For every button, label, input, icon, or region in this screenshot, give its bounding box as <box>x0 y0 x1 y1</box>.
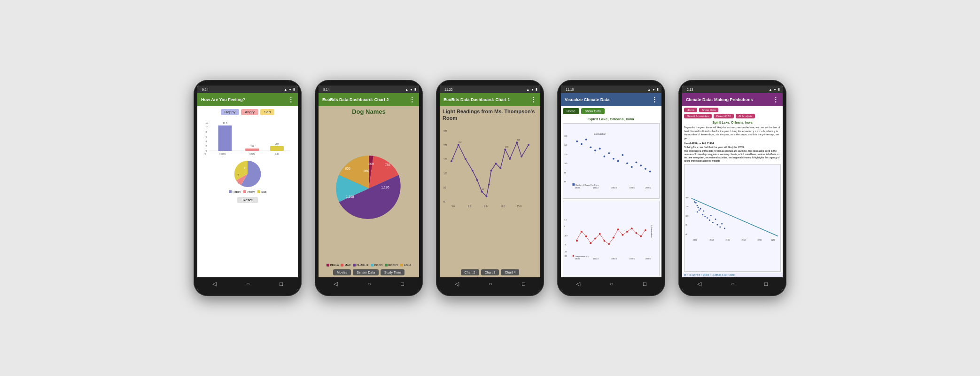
study-time-tab[interactable]: Study Time <box>381 269 404 275</box>
legend-charlie-label: CHARLIE <box>357 264 369 266</box>
pred-equation: 0 = -0.4157x + 948.13964 <box>682 141 783 145</box>
svg-text:160: 160 <box>685 196 688 199</box>
pred-show-btn[interactable]: Show Data <box>699 108 718 112</box>
svg-text:0: 0 <box>206 150 207 152</box>
tab-angry[interactable]: Angry <box>241 109 258 115</box>
signal-icon-2: ▲ <box>405 88 408 91</box>
phones-container: 9:24 ▲ ▼ ▮ How Are You Feeling? ⋮ Happy … <box>194 80 786 296</box>
phone-2: 8:14 ▲ ▼ ▮ EcoBits Data Dashboard: Chart… <box>315 80 423 296</box>
legend-coco-label: COCO <box>374 264 383 266</box>
recents-btn-4[interactable]: □ <box>643 281 646 287</box>
svg-text:2250: 2250 <box>771 239 776 241</box>
svg-point-165 <box>724 227 725 229</box>
chart4-btn[interactable]: Chart 4 <box>501 269 519 275</box>
svg-text:40: 40 <box>685 233 687 235</box>
climate-home-btn[interactable]: Home <box>563 108 579 114</box>
svg-text:3.0: 3.0 <box>451 205 455 207</box>
home-btn-2[interactable]: ○ <box>367 281 371 287</box>
svg-text:Temperature (C): Temperature (C) <box>650 225 653 239</box>
svg-line-124 <box>604 241 609 244</box>
phone-4-screen: 11:10 ▲ ▼ ▮ Visualize Climate Data ⋮ Hom… <box>561 86 661 290</box>
legend-rocky-label: ROCKY <box>389 264 398 266</box>
reset-button[interactable]: Reset <box>237 197 258 203</box>
phone-2-screen: 8:14 ▲ ▼ ▮ EcoBits Data Dashboard: Chart… <box>319 86 419 290</box>
back-btn-5[interactable]: ◁ <box>697 281 701 287</box>
back-btn-2[interactable]: ◁ <box>334 281 338 287</box>
svg-text:2050: 2050 <box>709 239 714 241</box>
svg-rect-88 <box>572 183 575 186</box>
climate-show-btn[interactable]: Show Data <box>581 108 605 114</box>
signal-icon-5: ▲ <box>769 88 772 91</box>
svg-text:1980.0: 1980.0 <box>611 258 617 260</box>
recents-btn-3[interactable]: □ <box>522 281 525 287</box>
pred-lobf-btn[interactable]: Draw LOBF <box>714 114 734 118</box>
tab-sad[interactable]: Sad <box>260 109 274 115</box>
legend-charlie: CHARLIE <box>353 264 369 266</box>
phone-4: 11:10 ▲ ▼ ▮ Visualize Climate Data ⋮ Hom… <box>557 80 665 296</box>
status-bar-2: 8:14 ▲ ▼ ▮ <box>319 86 419 93</box>
svg-point-74 <box>590 146 591 148</box>
pred-detect-btn[interactable]: Detect Anomalies <box>684 114 712 118</box>
home-btn-3[interactable]: ○ <box>489 281 492 287</box>
dog-bottom-tabs: Movies Sensor Data Study Time <box>319 267 419 277</box>
svg-point-83 <box>631 166 633 168</box>
svg-text:140: 140 <box>564 144 567 146</box>
home-btn-1[interactable]: ○ <box>246 281 249 287</box>
chart2-btn[interactable]: Chart 2 <box>461 269 479 275</box>
svg-text:850: 850 <box>364 169 369 172</box>
svg-text:12.0: 12.0 <box>500 205 505 207</box>
svg-text:1,158: 1,158 <box>346 195 354 198</box>
svg-line-121 <box>591 239 595 243</box>
more-icon-1[interactable]: ⋮ <box>288 96 294 103</box>
svg-point-77 <box>603 156 605 157</box>
svg-point-164 <box>721 223 723 225</box>
svg-text:200: 200 <box>443 144 448 147</box>
dog-pie-container: 785 1,195 1,158 856 850 809 <box>319 116 419 263</box>
tab-happy[interactable]: Happy <box>221 109 239 115</box>
app-bar-title-5: Climate Data: Making Predictions <box>686 97 772 102</box>
back-btn-3[interactable]: ◁ <box>455 281 459 287</box>
svg-text:160: 160 <box>564 135 567 137</box>
pred-home-btn[interactable]: Home <box>684 108 697 112</box>
svg-text:203: 203 <box>505 146 508 148</box>
back-btn-4[interactable]: ◁ <box>576 281 580 287</box>
pred-implications: The implications of this data for climat… <box>682 149 783 163</box>
movies-tab[interactable]: Movies <box>333 269 351 275</box>
sensor-data-tab[interactable]: Sensor Data <box>353 269 379 275</box>
svg-text:46: 46 <box>482 188 484 190</box>
reset-btn-area: Reset <box>200 197 295 203</box>
svg-text:1970.0: 1970.0 <box>593 187 599 189</box>
app-bar-title-2: EcoBits Data Dashboard: Chart 2 <box>322 97 409 102</box>
wifi-icon: ▼ <box>288 88 292 91</box>
svg-point-44 <box>486 195 488 197</box>
home-btn-5[interactable]: ○ <box>731 281 734 287</box>
svg-point-53 <box>528 144 529 146</box>
svg-text:809: 809 <box>368 162 374 165</box>
svg-point-73 <box>585 139 587 141</box>
more-icon-4[interactable]: ⋮ <box>651 96 658 103</box>
more-icon-3[interactable]: ⋮ <box>530 96 537 103</box>
recents-btn-2[interactable]: □ <box>401 281 404 287</box>
svg-point-79 <box>613 158 614 160</box>
app-bar-5: Climate Data: Making Predictions ⋮ <box>682 93 783 106</box>
chart3-btn[interactable]: Chart 3 <box>481 269 499 275</box>
recents-btn-5[interactable]: □ <box>764 281 768 287</box>
svg-text:70: 70 <box>685 224 687 226</box>
recents-btn-1[interactable]: □ <box>280 281 283 287</box>
nav-bar-2: ◁ ○ □ <box>319 277 419 290</box>
svg-text:Number of Days of Ice Cover: Number of Days of Ice Cover <box>576 184 599 186</box>
wifi-icon-4: ▼ <box>652 88 655 91</box>
back-btn-1[interactable]: ◁ <box>212 281 217 287</box>
svg-text:60: 60 <box>564 180 566 183</box>
svg-point-86 <box>645 168 646 170</box>
home-btn-4[interactable]: ○ <box>610 281 613 287</box>
screen-content-5: Home Show Data Detect Anomalies Draw LOB… <box>682 106 783 277</box>
svg-point-149 <box>698 207 699 208</box>
svg-point-49 <box>504 149 506 150</box>
svg-point-82 <box>626 162 628 164</box>
more-icon-5[interactable]: ⋮ <box>772 96 779 103</box>
more-icon-2[interactable]: ⋮ <box>409 96 415 103</box>
pie-area-1: 11 1 2 Happy Angry Sad <box>200 157 295 195</box>
pred-solve-text: Solving for x, we find that the year wil… <box>682 145 783 149</box>
pred-ai-btn[interactable]: AI Analysis <box>736 114 755 118</box>
